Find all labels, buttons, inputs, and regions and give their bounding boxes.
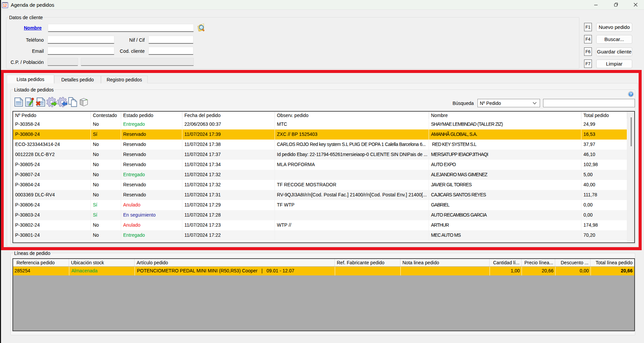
svg-text:12: 12 bbox=[3, 3, 7, 7]
